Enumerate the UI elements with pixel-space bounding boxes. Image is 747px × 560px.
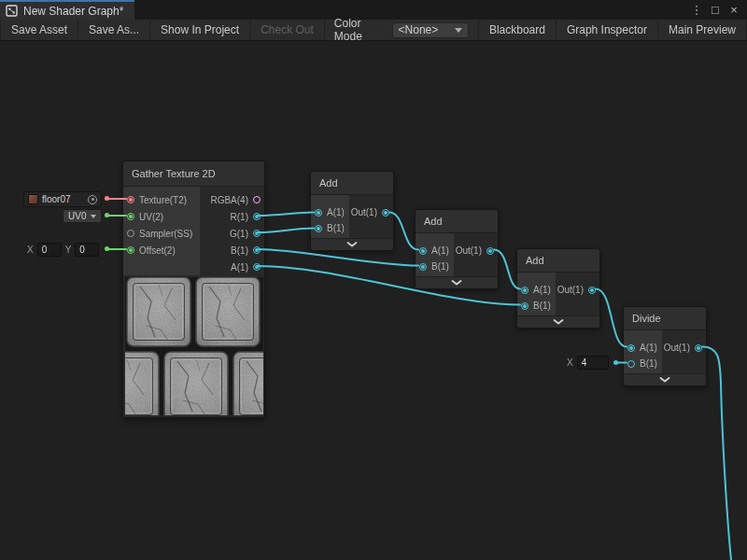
port-dot — [384, 211, 388, 215]
port-dot — [488, 249, 492, 253]
port-out-g[interactable] — [253, 230, 261, 237]
port-label: Out(1) — [664, 343, 690, 353]
port-label: Out(1) — [456, 245, 482, 256]
node-add-3[interactable]: Add A(1) B(1) Out(1) — [516, 248, 600, 329]
preview-collapse-button[interactable] — [311, 238, 393, 250]
save-asset-button[interactable]: Save Asset — [0, 20, 78, 40]
port-label: Out(1) — [557, 285, 584, 295]
divisor-input[interactable]: 4 — [577, 356, 609, 370]
port-row-b: B(1) — [624, 356, 662, 371]
color-mode-dropdown[interactable]: <None> — [392, 22, 469, 38]
port-row-b: B(1) — [416, 259, 454, 274]
port-dot — [421, 249, 425, 253]
port-row-g: G(1) — [200, 225, 264, 242]
port-out[interactable] — [695, 344, 702, 352]
port-out[interactable] — [588, 287, 596, 294]
preview-collapse-button[interactable] — [624, 373, 706, 385]
node-add-2[interactable]: Add A(1) B(1) Out(1) — [415, 209, 499, 289]
port-dot — [255, 265, 259, 269]
graph-canvas[interactable] — [0, 41, 747, 560]
save-as-button[interactable]: Save As... — [78, 20, 150, 40]
texture-connector-dot — [105, 196, 109, 201]
port-row-a: A(1) — [311, 204, 349, 220]
port-out[interactable] — [382, 209, 389, 217]
port-in-b[interactable] — [419, 263, 427, 271]
port-label: B(1) — [533, 301, 551, 311]
port-row-a: A(1) — [200, 259, 264, 275]
port-dot — [523, 304, 527, 308]
port-in-a[interactable] — [419, 247, 427, 255]
port-in-uv[interactable] — [127, 213, 134, 220]
port-row-b: B(1) — [517, 298, 556, 314]
node-title[interactable]: Divide — [624, 307, 706, 330]
port-out-b[interactable] — [253, 246, 261, 254]
node-title[interactable]: Add — [311, 172, 393, 195]
port-dot — [129, 215, 133, 218]
divisor-float-field: X 4 — [567, 355, 609, 370]
chevron-down-icon — [91, 215, 96, 218]
port-label: B(1) — [231, 245, 248, 256]
input-ports-column: A(1) B(1) — [517, 273, 556, 315]
offset-y-input[interactable]: 0 — [75, 243, 99, 257]
output-ports-column: Out(1) — [454, 233, 498, 276]
port-in-b[interactable] — [315, 225, 322, 232]
port-in-a[interactable] — [315, 209, 322, 217]
port-label: UV(2) — [139, 212, 163, 222]
port-label: Offset(2) — [139, 245, 176, 256]
port-in-texture[interactable] — [127, 196, 134, 203]
color-mode-value: <None> — [399, 23, 439, 36]
port-in-a[interactable] — [627, 344, 635, 352]
preview-collapse-button[interactable] — [517, 315, 599, 328]
node-gather-texture-2d[interactable]: Gather Texture 2D Texture(T2) UV(2) Samp… — [122, 161, 265, 418]
preview-collapse-button[interactable] — [416, 276, 498, 288]
port-out[interactable] — [486, 247, 494, 255]
node-title[interactable]: Gather Texture 2D — [123, 161, 264, 187]
output-ports-column: RGBA(4) R(1) G(1) B(1) A(1) — [200, 187, 264, 275]
texture-object-field[interactable]: floor07 — [23, 191, 102, 207]
uv-channel-dropdown[interactable]: UV0 — [63, 209, 102, 223]
output-ports-column: Out(1) — [556, 273, 599, 315]
node-title[interactable]: Add — [416, 210, 498, 233]
check-out-button: Check Out — [250, 20, 325, 40]
port-out-a[interactable] — [253, 263, 261, 271]
object-picker-icon[interactable] — [88, 195, 97, 204]
node-preview — [125, 277, 263, 415]
texture-preview-image — [125, 277, 263, 415]
offset-connector-dot — [105, 246, 109, 251]
maximize-icon[interactable]: □ — [708, 3, 723, 18]
port-label: A(1) — [327, 207, 345, 217]
port-in-sampler[interactable] — [127, 230, 134, 237]
port-label: RGBA(4) — [210, 195, 248, 205]
node-add-1[interactable]: Add A(1) B(1) Out(1) — [310, 171, 394, 251]
port-in-b[interactable] — [627, 360, 635, 368]
divisor-connector-dot — [613, 360, 618, 365]
uv-channel-value: UV0 — [68, 211, 86, 221]
close-icon[interactable]: × — [726, 3, 741, 18]
port-dot — [129, 248, 133, 252]
port-row-a: A(1) — [416, 243, 454, 259]
chevron-down-icon — [553, 319, 564, 325]
node-divide[interactable]: Divide A(1) B(1) Out(1) — [623, 306, 707, 386]
shader-graph-window: New Shader Graph* ⋮ □ × Save Asset Save … — [0, 0, 747, 560]
port-row-offset: Offset(2) — [123, 242, 200, 259]
port-row-texture: Texture(T2) — [123, 191, 200, 208]
x-axis-label: X — [27, 245, 34, 255]
offset-x-input[interactable]: 0 — [37, 243, 62, 257]
blackboard-toggle-button[interactable]: Blackboard — [478, 20, 557, 40]
port-row-sampler: Sampler(SS) — [123, 225, 200, 242]
main-preview-toggle-button[interactable]: Main Preview — [658, 20, 747, 40]
tab-new-shader-graph[interactable]: New Shader Graph* — [0, 0, 134, 20]
chevron-down-icon — [455, 28, 462, 33]
port-dot — [629, 346, 633, 350]
port-in-offset[interactable] — [127, 246, 134, 254]
port-in-a[interactable] — [521, 287, 529, 294]
graph-inspector-toggle-button[interactable]: Graph Inspector — [557, 20, 658, 40]
port-out-rgba[interactable] — [253, 196, 261, 203]
color-mode-label: Color Mode — [325, 20, 392, 40]
port-in-b[interactable] — [521, 302, 529, 310]
port-out-r[interactable] — [253, 213, 261, 220]
node-title[interactable]: Add — [517, 249, 599, 273]
menu-icon[interactable]: ⋮ — [689, 3, 704, 18]
picker-dot — [92, 198, 94, 201]
show-in-project-button[interactable]: Show In Project — [150, 20, 250, 40]
